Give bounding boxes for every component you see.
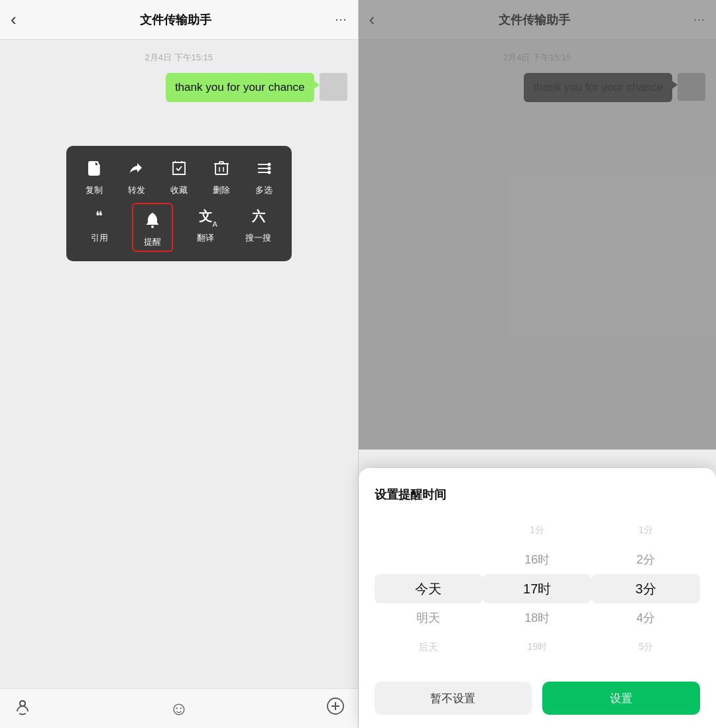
confirm-button[interactable]: 设置	[542, 682, 700, 715]
picker-col-hour[interactable]: 1分 16时 17时 18时 19时	[483, 516, 591, 662]
delete-icon	[208, 155, 235, 182]
picker-col-minute[interactable]: 1分 2分 3分 4分 5分	[591, 516, 700, 662]
picker-hour-item-1[interactable]: 1分	[483, 516, 591, 545]
translate-label: 翻译	[197, 232, 214, 244]
picker-items-day: - - 今天 明天 后天	[375, 516, 483, 662]
forward-icon	[123, 155, 150, 182]
svg-point-14	[267, 167, 270, 170]
multiselect-label: 多选	[255, 184, 272, 196]
picker-col-day[interactable]: - - 今天 明天 后天	[375, 516, 483, 662]
translate-icon: 文 A	[192, 203, 219, 229]
collect-label: 收藏	[170, 184, 188, 196]
left-more-button[interactable]: ···	[335, 13, 347, 27]
collect-icon	[166, 155, 192, 182]
picker-items-minute: 1分 2分 3分 4分 5分	[591, 516, 700, 662]
context-menu: 复制 转发	[66, 146, 292, 261]
picker-min-item-4[interactable]: 4分	[591, 603, 700, 633]
menu-item-translate[interactable]: 文 A 翻译	[185, 203, 226, 252]
picker-day-item-4[interactable]: 明天	[375, 603, 483, 633]
chat-dim-overlay	[359, 0, 717, 450]
remind-label: 提醒	[144, 236, 161, 248]
search-icon: 六	[245, 203, 272, 229]
picker-buttons: 暂不设置 设置	[375, 682, 701, 715]
picker-hour-item-3[interactable]: 17时	[483, 574, 591, 603]
menu-item-quote[interactable]: ❝ 引用	[79, 203, 120, 252]
forward-label: 转发	[128, 184, 145, 196]
picker-min-item-5[interactable]: 5分	[591, 633, 700, 662]
add-button[interactable]	[326, 697, 345, 720]
menu-item-copy[interactable]: 复制	[74, 155, 115, 196]
context-menu-row-2: ❝ 引用 提醒 文 A	[73, 203, 285, 252]
picker-hour-item-2[interactable]: 16时	[483, 545, 591, 574]
context-menu-row-1: 复制 转发	[73, 155, 285, 196]
menu-item-forward[interactable]: 转发	[116, 155, 157, 196]
multiselect-icon	[251, 155, 277, 182]
left-avatar	[320, 73, 347, 101]
left-top-bar: ‹ 文件传输助手 ···	[0, 0, 358, 40]
picker-container[interactable]: - - 今天 明天 后天 1分 16时 17时 18时 19时	[375, 516, 701, 662]
menu-item-collect[interactable]: 收藏	[158, 155, 200, 196]
left-message-row: thank you for your chance	[8, 73, 350, 102]
time-picker-panel: 设置提醒时间 - - 今天 明天 后天 1分 16时 17时	[359, 468, 717, 728]
picker-min-item-1[interactable]: 1分	[591, 516, 700, 545]
picker-title: 设置提醒时间	[375, 487, 701, 503]
left-bottom-bar: ☺	[0, 688, 358, 728]
left-chat-area: thank you for your chance	[0, 73, 358, 688]
copy-icon	[81, 155, 107, 182]
picker-min-item-2[interactable]: 2分	[591, 545, 700, 574]
emoji-button[interactable]: ☺	[169, 698, 188, 719]
menu-item-delete[interactable]: 删除	[201, 155, 242, 196]
left-panel: ‹ 文件传输助手 ··· 2月4日 下午15:15 thank you for …	[0, 0, 358, 728]
delete-label: 删除	[213, 184, 230, 196]
svg-point-13	[267, 163, 270, 166]
voice-button[interactable]	[13, 697, 32, 720]
quote-label: 引用	[91, 232, 108, 244]
picker-hour-item-5[interactable]: 19时	[483, 633, 591, 662]
picker-hour-item-4[interactable]: 18时	[483, 603, 591, 633]
left-back-button[interactable]: ‹	[11, 9, 17, 30]
remind-icon	[139, 207, 166, 233]
right-panel: ‹ 文件传输助手 ··· 2月4日 下午15:15 thank you for …	[359, 0, 717, 728]
left-timestamp: 2月4日 下午15:15	[0, 52, 358, 64]
menu-item-multiselect[interactable]: 多选	[243, 155, 284, 196]
cancel-button[interactable]: 暂不设置	[375, 682, 532, 715]
picker-day-item-3[interactable]: 今天	[375, 574, 483, 603]
left-message-bubble: thank you for your chance	[166, 73, 314, 102]
picker-day-item-1[interactable]: -	[375, 516, 483, 545]
menu-item-search[interactable]: 六 搜一搜	[238, 203, 279, 252]
svg-point-18	[20, 701, 25, 706]
left-title: 文件传输助手	[140, 12, 211, 28]
picker-day-item-2[interactable]: -	[375, 545, 483, 574]
search-label: 搜一搜	[245, 232, 271, 244]
svg-rect-3	[215, 164, 227, 174]
copy-label: 复制	[86, 184, 103, 196]
picker-day-item-5[interactable]: 后天	[375, 633, 483, 662]
menu-item-remind[interactable]: 提醒	[132, 203, 173, 252]
picker-min-item-3[interactable]: 3分	[591, 574, 700, 603]
svg-point-15	[267, 171, 270, 174]
quote-icon: ❝	[86, 203, 113, 229]
picker-items-hour: 1分 16时 17时 18时 19时	[483, 516, 591, 662]
svg-point-16	[151, 225, 154, 228]
